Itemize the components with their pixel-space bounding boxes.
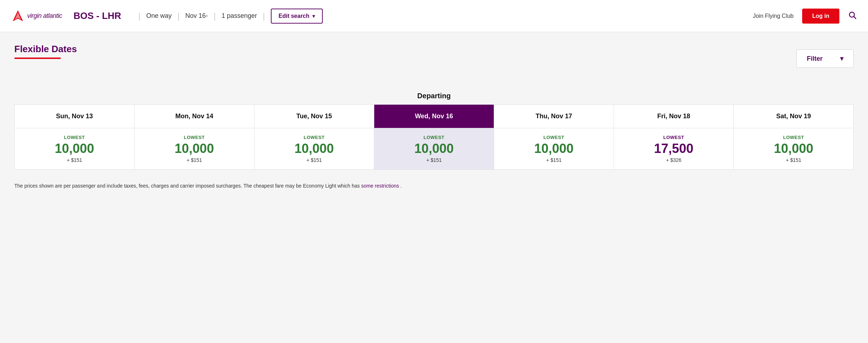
price-row: Lowest 10,000 + $151 Lowest 10,000 + $15… [15, 128, 854, 170]
departing-section: Departing Sun, Nov 13 Mon, Nov 14 Tue, N… [14, 92, 854, 195]
title-underline [14, 58, 61, 59]
disclaimer-text-before: The prices shown are per passenger and i… [14, 183, 360, 189]
filter-chevron-icon: ▾ [840, 55, 843, 63]
day-col-5[interactable]: Fri, Nov 18 [614, 105, 734, 128]
departing-label: Departing [14, 92, 854, 104]
price-cell-0[interactable]: Lowest 10,000 + $151 [15, 128, 135, 170]
join-flying-club-link[interactable]: Join Flying Club [753, 13, 794, 19]
day-col-3-selected[interactable]: Wed, Nov 16 [374, 105, 494, 128]
price-cell-3-selected[interactable]: Lowest 10,000 + $151 [374, 128, 494, 170]
passengers-display: 1 passenger [221, 12, 257, 20]
day-col-4[interactable]: Thu, Nov 17 [494, 105, 614, 128]
day-col-6[interactable]: Sat, Nov 19 [734, 105, 854, 128]
main-content: Flexible Dates Filter ▾ Departing Sun, N… [0, 32, 868, 195]
edit-search-label: Edit search [279, 13, 309, 19]
filter-button[interactable]: Filter ▾ [796, 49, 854, 68]
edit-search-button[interactable]: Edit search ▾ [271, 9, 323, 24]
day-col-1[interactable]: Mon, Nov 14 [135, 105, 254, 128]
price-cell-4[interactable]: Lowest 10,000 + $151 [494, 128, 614, 170]
page-title: Flexible Dates [14, 44, 77, 55]
separator-3: | [214, 11, 216, 21]
trip-type-display: One way [146, 12, 172, 20]
route-display: BOS - LHR [74, 10, 121, 21]
separator-1: | [138, 11, 140, 21]
price-cell-1[interactable]: Lowest 10,000 + $151 [135, 128, 254, 170]
day-col-0[interactable]: Sun, Nov 13 [15, 105, 135, 128]
svg-line-3 [854, 16, 856, 19]
logo-area: virgin atlantic [11, 10, 62, 23]
logo-text: virgin atlantic [27, 12, 62, 20]
disclaimer-restrictions-link[interactable]: some restrictions [361, 183, 399, 189]
price-cell-2[interactable]: Lowest 10,000 + $151 [254, 128, 374, 170]
separator-2: | [177, 11, 180, 21]
disclaimer-text: The prices shown are per passenger and i… [14, 176, 854, 195]
separator-4: | [263, 11, 265, 21]
disclaimer-text-after: . [400, 183, 402, 189]
date-display: Nov 16- [185, 12, 208, 20]
chevron-down-icon: ▾ [312, 13, 315, 19]
header-right-area: Join Flying Club Log in [753, 9, 857, 24]
price-cell-5[interactable]: Lowest 17,500 + $326 [614, 128, 734, 170]
price-cell-6[interactable]: Lowest 10,000 + $151 [734, 128, 854, 170]
search-icon [848, 11, 857, 19]
login-button[interactable]: Log in [802, 9, 839, 24]
calendar-table: Sun, Nov 13 Mon, Nov 14 Tue, Nov 15 Wed,… [14, 104, 854, 170]
filter-label: Filter [807, 55, 823, 63]
day-col-2[interactable]: Tue, Nov 15 [254, 105, 374, 128]
search-button[interactable] [848, 11, 857, 21]
calendar-header-row: Sun, Nov 13 Mon, Nov 14 Tue, Nov 15 Wed,… [15, 105, 854, 128]
virgin-atlantic-logo-icon [11, 10, 24, 23]
main-header: virgin atlantic BOS - LHR | One way | No… [0, 0, 868, 32]
